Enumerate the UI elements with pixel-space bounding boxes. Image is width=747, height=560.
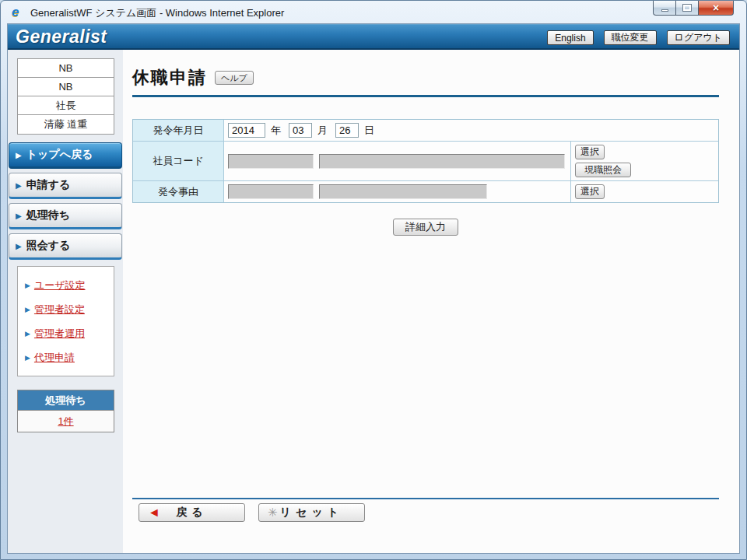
link-admin-settings[interactable]: ▶ 管理者設定 (25, 303, 114, 317)
back-button[interactable]: ◄ 戻る (139, 503, 245, 522)
issue-date-row: 発令年月日 年 月 日 (133, 120, 718, 141)
employee-code-label: 社員コード (133, 142, 224, 180)
link-label[interactable]: 管理者運用 (34, 327, 85, 341)
employee-code-buttons-cell: 選択 現職照会 (570, 142, 718, 180)
sidebar-item-back-to-top[interactable]: ▶ トップへ戻る (9, 142, 122, 169)
reason-select-button[interactable]: 選択 (575, 184, 605, 199)
sidebar-menu: ▶ トップへ戻る ▶ 申請する ▶ 処理待ち ▶ 照会する (9, 142, 122, 260)
issue-reason-value-cell (224, 181, 570, 202)
user-info-department: NB (18, 78, 114, 96)
link-proxy-application[interactable]: ▶ 代理申請 (25, 351, 114, 365)
month-input[interactable] (289, 123, 312, 138)
title-divider (132, 95, 719, 97)
triangle-arrow-icon: ▶ (25, 306, 30, 313)
page-title-row: 休職申請 ヘルプ (132, 66, 719, 89)
link-label[interactable]: 代理申請 (34, 351, 75, 365)
issue-date-value-cell: 年 月 日 (224, 120, 718, 141)
pending-tasks-box: 処理待ち 1件 (17, 390, 114, 432)
year-input[interactable] (228, 123, 265, 138)
link-user-settings[interactable]: ▶ ユーザ設定 (25, 278, 114, 292)
generalist-logo: Generalist (16, 26, 107, 47)
footer: ◄ 戻る ✳ リセット (132, 498, 719, 522)
english-button[interactable]: English (547, 30, 593, 45)
application-form-table: 発令年月日 年 月 日 社員コード (132, 119, 719, 203)
sidebar-links-box: ▶ ユーザ設定 ▶ 管理者設定 ▶ 管理者運用 ▶ 代理申請 (17, 266, 114, 376)
internet-explorer-icon: e (12, 6, 26, 20)
main-content: 休職申請 ヘルプ 発令年月日 年 月 日 (123, 50, 739, 553)
minimize-icon (661, 9, 668, 12)
menu-label: 申請する (26, 178, 71, 192)
menu-label: 処理待ち (26, 208, 70, 222)
triangle-arrow-icon: ▶ (25, 330, 30, 338)
issue-date-label: 発令年月日 (133, 120, 224, 141)
user-info-position: 社長 (18, 96, 114, 115)
header-buttons: English 職位変更 ログアウト (547, 30, 730, 45)
employee-select-button[interactable]: 選択 (575, 145, 605, 159)
reset-spinner-icon: ✳ (268, 506, 278, 520)
menu-label: トップへ戻る (26, 148, 93, 162)
user-info-company: NB (18, 59, 114, 78)
maximize-icon (683, 5, 691, 11)
issue-reason-row: 発令事由 選択 (133, 180, 718, 202)
employee-code-value-cell (224, 142, 570, 180)
page-title: 休職申請 (132, 66, 207, 89)
reason-code-input-disabled (228, 184, 314, 199)
detail-input-button[interactable]: 詳細入力 (393, 219, 458, 236)
link-admin-operation[interactable]: ▶ 管理者運用 (25, 327, 114, 341)
footer-buttons: ◄ 戻る ✳ リセット (132, 503, 719, 522)
close-button[interactable]: × (698, 1, 734, 16)
triangle-arrow-icon: ▶ (16, 242, 22, 250)
back-arrow-icon: ◄ (148, 506, 160, 520)
window-title: GeneralistWF システム画面 - Windows Internet E… (30, 6, 284, 20)
employee-name-input-disabled (319, 154, 565, 169)
sidebar-item-apply[interactable]: ▶ 申請する (9, 173, 122, 199)
logout-button[interactable]: ログアウト (667, 30, 730, 45)
help-button[interactable]: ヘルプ (215, 71, 254, 85)
menu-label: 照会する (26, 239, 71, 253)
app-header: Generalist English 職位変更 ログアウト (8, 24, 739, 50)
window-controls: × (653, 1, 734, 16)
current-position-inquiry-button[interactable]: 現職照会 (575, 163, 631, 177)
link-label[interactable]: 管理者設定 (34, 303, 85, 317)
triangle-arrow-icon: ▶ (16, 212, 22, 220)
year-unit-label: 年 (271, 124, 281, 138)
sidebar-item-inquiry[interactable]: ▶ 照会する (9, 233, 122, 260)
titlebar[interactable]: e GeneralistWF システム画面 - Windows Internet… (7, 1, 740, 23)
issue-reason-buttons-cell: 選択 (570, 181, 718, 202)
reason-text-input-disabled (319, 184, 487, 199)
triangle-arrow-icon: ▶ (25, 282, 30, 289)
day-unit-label: 日 (364, 124, 374, 138)
user-info-table: NB NB 社長 清藤 道重 (17, 58, 114, 135)
reset-button-label: リセット (280, 506, 343, 520)
back-button-label: 戻る (176, 506, 207, 520)
browser-viewport: Generalist English 職位変更 ログアウト NB NB 社長 清… (7, 23, 740, 554)
issue-reason-label: 発令事由 (133, 181, 224, 202)
detail-input-row: 詳細入力 (132, 219, 719, 236)
triangle-arrow-icon: ▶ (16, 181, 22, 190)
position-change-button[interactable]: 職位変更 (604, 30, 657, 45)
triangle-arrow-icon: ▶ (25, 354, 30, 362)
pending-tasks-title: 処理待ち (18, 390, 114, 411)
pending-tasks-body: 1件 (18, 411, 114, 432)
pending-count-link[interactable]: 1件 (58, 415, 73, 429)
user-info-name: 清藤 道重 (18, 115, 114, 134)
reset-button[interactable]: ✳ リセット (258, 503, 365, 522)
browser-window: e GeneralistWF システム画面 - Windows Internet… (0, 0, 747, 560)
day-input[interactable] (335, 123, 359, 138)
maximize-button[interactable] (676, 1, 698, 16)
minimize-button[interactable] (653, 1, 676, 16)
sidebar: NB NB 社長 清藤 道重 ▶ トップへ戻る ▶ 申請する ▶ (8, 50, 123, 553)
employee-code-input-disabled (228, 154, 314, 169)
month-unit-label: 月 (317, 124, 328, 138)
triangle-arrow-icon: ▶ (16, 151, 22, 159)
sidebar-item-pending[interactable]: ▶ 処理待ち (9, 203, 122, 229)
link-label[interactable]: ユーザ設定 (34, 278, 86, 292)
content-row: NB NB 社長 清藤 道重 ▶ トップへ戻る ▶ 申請する ▶ (8, 50, 739, 553)
employee-code-row: 社員コード 選択 現職照会 (133, 141, 718, 180)
footer-divider (132, 498, 719, 499)
close-icon: × (713, 2, 719, 14)
